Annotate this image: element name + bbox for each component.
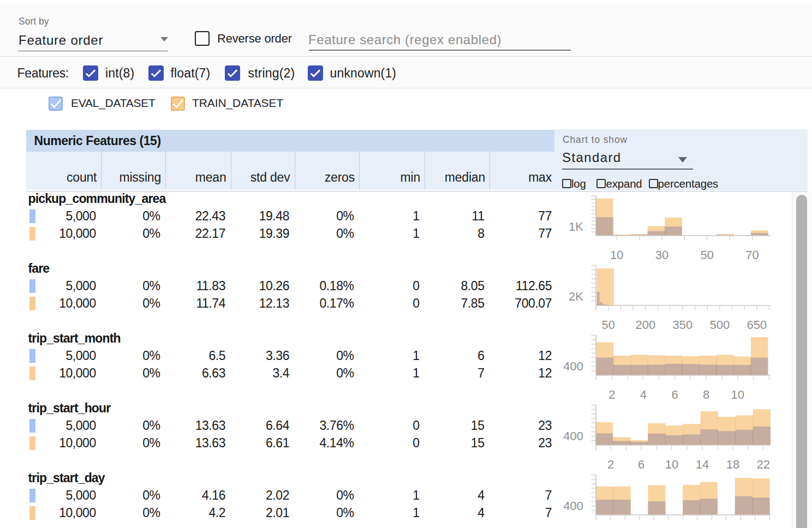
svg-text:400: 400 <box>563 359 583 373</box>
svg-text:14: 14 <box>696 458 709 470</box>
svg-text:200: 200 <box>635 318 655 331</box>
svg-text:2K: 2K <box>569 290 583 303</box>
svg-text:30: 30 <box>655 248 668 261</box>
svg-text:2: 2 <box>608 388 615 400</box>
svg-text:4: 4 <box>640 388 647 400</box>
svg-text:8: 8 <box>703 388 709 400</box>
svg-text:10: 10 <box>610 248 623 261</box>
svg-text:6: 6 <box>671 388 678 400</box>
svg-text:50: 50 <box>701 248 714 261</box>
svg-text:500: 500 <box>709 318 730 331</box>
svg-text:18: 18 <box>726 458 739 470</box>
svg-text:650: 650 <box>747 318 767 331</box>
svg-text:6: 6 <box>638 458 644 470</box>
svg-text:350: 350 <box>672 318 692 331</box>
svg-text:400: 400 <box>563 499 583 513</box>
svg-text:10: 10 <box>731 388 744 400</box>
svg-text:50: 50 <box>602 318 615 331</box>
svg-text:1K: 1K <box>569 220 583 233</box>
svg-text:400: 400 <box>563 429 583 443</box>
svg-text:2: 2 <box>607 458 614 470</box>
svg-text:10: 10 <box>665 458 678 470</box>
svg-text:70: 70 <box>745 248 759 261</box>
svg-text:22: 22 <box>757 458 770 470</box>
